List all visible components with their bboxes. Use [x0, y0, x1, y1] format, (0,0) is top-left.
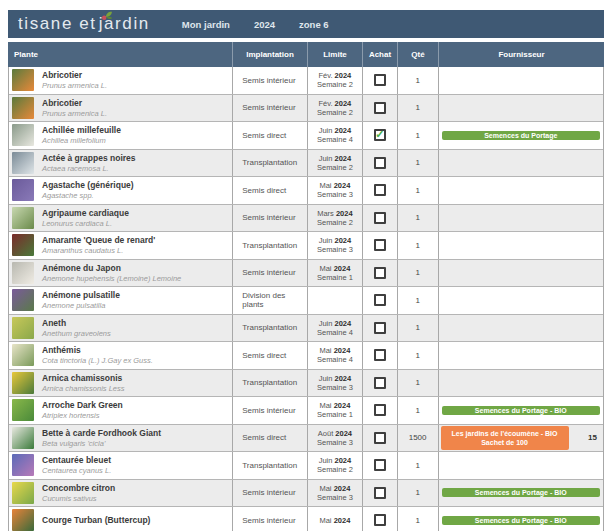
plant-name: Bette à carde Fordhook Giant [42, 428, 161, 438]
qty-cell: 1 [398, 95, 439, 122]
checkbox-unchecked[interactable] [374, 349, 386, 361]
limite-cell: Mai 2024Semaine 1 [308, 260, 363, 287]
nav-item-year[interactable]: 2024 [254, 19, 275, 30]
supplier-label-line: Semences du Portage - BIO [475, 516, 567, 525]
column-header-qte[interactable]: Qté [398, 42, 439, 67]
plant-scientific-name: Cucumis sativus [42, 494, 115, 503]
table-row[interactable]: Amarante 'Queue de renard'Amaranthus cau… [9, 232, 603, 260]
table-row[interactable]: AnthémisCota tinctoria (L.) J.Gay ex Gus… [9, 342, 603, 370]
plant-name: Abricotier [42, 98, 107, 108]
plant-photo [12, 289, 34, 311]
plant-names: Arroche Dark GreenAtriplex hortensis [42, 400, 123, 420]
table-row[interactable]: Bette à carde Fordhook GiantBeta vulgari… [9, 425, 603, 453]
plant-scientific-name: Centaurea cyanus L. [42, 466, 111, 475]
supplier-button[interactable]: Semences du Portage - BIO [442, 406, 600, 415]
plant-names: Actée à grappes noiresActaea racemosa L. [42, 153, 136, 173]
checkmark-icon: ✓ [375, 129, 384, 139]
column-header-plante[interactable]: Plante [8, 42, 233, 67]
qty-cell: 1 [398, 507, 439, 531]
supplier-button[interactable]: Semences du Portage - BIO [442, 488, 600, 497]
supplier-cell [439, 370, 603, 397]
checkbox-unchecked[interactable] [374, 487, 386, 499]
checkbox-unchecked[interactable] [374, 459, 386, 471]
checkbox-unchecked[interactable] [374, 157, 386, 169]
table-row[interactable]: Arroche Dark GreenAtriplex hortensisSemi… [9, 397, 603, 425]
page: tisane et jardin Mon jardin 2024 zone 6 … [0, 0, 612, 531]
checkbox-unchecked[interactable] [374, 102, 386, 114]
table-row[interactable]: Anémone du JaponAnemone hupehensis (Lemo… [9, 260, 603, 288]
table-row[interactable]: Actée à grappes noiresActaea racemosa L.… [9, 150, 603, 178]
column-header-limite[interactable]: Limite [308, 42, 363, 67]
app-logo: tisane et jardin [8, 14, 150, 34]
limite-week: Semaine 4 [317, 328, 353, 337]
supplier-button[interactable]: Semences du Portage [442, 131, 600, 140]
qty-cell: 1 [398, 67, 439, 94]
checkbox-unchecked[interactable] [374, 184, 386, 196]
nav-item-mon-jardin[interactable]: Mon jardin [182, 19, 230, 30]
supplier-button[interactable]: Les jardins de l'écoumène - BIOSachet de… [441, 426, 569, 450]
plant-name: Anémone du Japon [42, 263, 181, 273]
plant-names: Courge Turban (Buttercup) [42, 515, 150, 525]
column-header-achat[interactable]: Achat [363, 42, 398, 67]
plant-scientific-name: Achillea millefolium [42, 136, 121, 145]
table-row[interactable]: AbricotierPrunus armenica L.Semis intéri… [9, 67, 603, 95]
achat-cell [363, 397, 398, 424]
table-row[interactable]: AnethAnethum graveolensTransplantationJu… [9, 315, 603, 343]
implantation-cell: Semis intérieur [233, 205, 308, 232]
table-row[interactable]: AbricotierPrunus armenica L.Semis intéri… [9, 95, 603, 123]
plant-photo [12, 344, 34, 366]
limite-month: Juin 2024 [319, 456, 352, 465]
limite-cell: Mai 2024Semaine 3 [308, 177, 363, 204]
implantation-value: Semis direct [233, 351, 286, 360]
checkbox-unchecked[interactable] [374, 239, 386, 251]
table-row[interactable]: Anémone pulsatilleAnemone pulsatillaDivi… [9, 287, 603, 315]
qty-value: 1 [415, 158, 419, 167]
implantation-value: Semis direct [233, 433, 286, 442]
table-row[interactable]: Agripaume cardiaqueLeonurus cardiaca L.S… [9, 205, 603, 233]
checkbox-unchecked[interactable] [374, 377, 386, 389]
implantation-value: Transplantation [233, 241, 297, 250]
plant-cell: AnthémisCota tinctoria (L.) J.Gay ex Gus… [9, 342, 233, 369]
limite-week: Semaine 3 [317, 493, 353, 502]
checkbox-unchecked[interactable] [374, 294, 386, 306]
plant-cell: AnethAnethum graveolens [9, 315, 233, 342]
checkbox-unchecked[interactable] [374, 212, 386, 224]
table-row[interactable]: Agastache (générique)Agastache spp.Semis… [9, 177, 603, 205]
table-row[interactable]: Achillée millefeuilleAchillea millefoliu… [9, 122, 603, 150]
table-row[interactable]: Arnica chamissonisArnica chamissonis Les… [9, 370, 603, 398]
limite-cell: Août 2024Semaine 3 [308, 425, 363, 452]
supplier-cell [439, 452, 603, 479]
checkbox-unchecked[interactable] [374, 404, 386, 416]
checkbox-unchecked[interactable] [374, 432, 386, 444]
implantation-cell: Semis intérieur [233, 67, 308, 94]
limite-cell: Juin 2024Semaine 3 [308, 232, 363, 259]
nav-item-zone[interactable]: zone 6 [299, 19, 329, 30]
checkbox-unchecked[interactable] [374, 267, 386, 279]
implantation-value: Transplantation [233, 378, 297, 387]
table-row[interactable]: Courge Turban (Buttercup)Semis intérieur… [9, 507, 603, 531]
plant-scientific-name: Anemone pulsatilla [42, 301, 120, 310]
plant-photo [12, 179, 34, 201]
supplier-label-line: Les jardins de l'écoumène - BIO [452, 429, 558, 438]
plant-cell: Actée à grappes noiresActaea racemosa L. [9, 150, 233, 177]
implantation-cell: Semis intérieur [233, 507, 308, 531]
supplier-label-line: Semences du Portage - BIO [475, 406, 567, 415]
checkbox-unchecked[interactable] [374, 74, 386, 86]
plant-name: Aneth [42, 318, 111, 328]
qty-value: 1500 [409, 433, 427, 442]
table-row[interactable]: Centaurée bleuetCentaurea cyanus L.Trans… [9, 452, 603, 480]
supplier-cell [439, 315, 603, 342]
achat-cell [363, 370, 398, 397]
limite-week: Semaine 3 [317, 190, 353, 199]
supplier-button[interactable]: Semences du Portage - BIO [442, 516, 600, 525]
checkbox-unchecked[interactable] [374, 322, 386, 334]
checkbox-unchecked[interactable] [374, 514, 386, 526]
plant-cell: Arroche Dark GreenAtriplex hortensis [9, 397, 233, 424]
checkbox-checked[interactable]: ✓ [374, 129, 386, 141]
column-header-implantation[interactable]: Implantation [233, 42, 308, 67]
table-row[interactable]: Concombre citronCucumis sativusSemis int… [9, 480, 603, 508]
limite-month: Juin 2024 [319, 236, 352, 245]
implantation-value: Semis intérieur [233, 103, 295, 112]
column-header-fournisseur[interactable]: Fournisseur [439, 42, 604, 67]
limite-week: Semaine 2 [317, 218, 353, 227]
